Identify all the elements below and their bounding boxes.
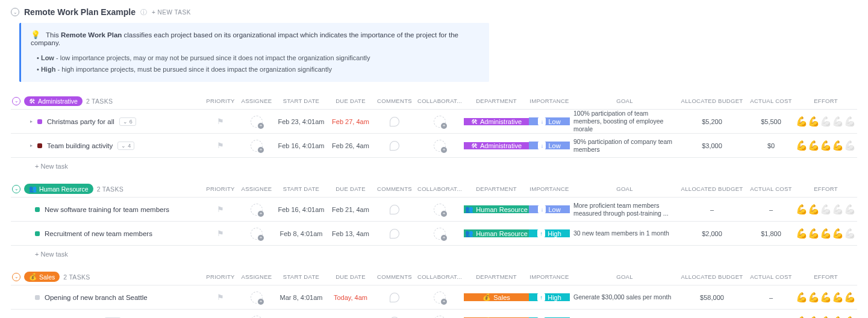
col-priority[interactable]: PRIORITY (202, 186, 239, 192)
expand-caret-icon[interactable]: ▸ (30, 143, 33, 148)
status-square[interactable] (35, 231, 40, 236)
col-assignee[interactable]: ASSIGNEE (239, 98, 275, 104)
collaborator-add-icon[interactable] (434, 228, 446, 240)
cost-value[interactable]: – (745, 294, 798, 301)
collaborator-add-icon[interactable] (434, 316, 446, 318)
status-square[interactable] (35, 295, 40, 300)
col-importance[interactable]: IMPORTANCE (529, 186, 570, 192)
assignee-add-icon[interactable] (251, 316, 263, 318)
budget-value[interactable]: $3,000 (679, 142, 745, 149)
collaborator-add-icon[interactable] (434, 116, 446, 128)
effort-value[interactable]: 💪💪💪💪💪 (798, 204, 854, 215)
due-date-value[interactable]: Today, 4am (328, 294, 373, 301)
department-pill[interactable]: 👥Human Resource (464, 205, 529, 213)
importance-pill[interactable]: ↓Low (529, 142, 570, 149)
start-date-value[interactable]: Feb 16, 4:01am (275, 206, 328, 213)
col-comments[interactable]: COMMENTS (373, 98, 416, 104)
goal-value[interactable]: More proficient team members measured th… (570, 202, 679, 217)
cost-value[interactable]: $1,800 (745, 230, 798, 237)
col-priority[interactable]: PRIORITY (202, 98, 239, 104)
task-row[interactable]: ▸ Team building activity ⌄4 ⚑ Feb 16, 4:… (11, 134, 857, 158)
importance-pill[interactable]: ↓Low (529, 117, 570, 125)
col-department[interactable]: DEPARTMENT (464, 186, 529, 192)
department-pill[interactable]: 🛠Administrative (464, 118, 529, 125)
col-due-date[interactable]: DUE DATE (328, 186, 373, 192)
budget-value[interactable]: $5,200 (679, 118, 745, 125)
col-department[interactable]: DEPARTMENT (464, 273, 529, 280)
col-priority[interactable]: PRIORITY (202, 273, 239, 280)
importance-pill[interactable]: ↑High (529, 293, 570, 301)
comment-icon[interactable] (390, 229, 399, 238)
col-start-date[interactable]: START DATE (275, 186, 328, 192)
budget-value[interactable]: $2,000 (679, 230, 745, 237)
collaborator-add-icon[interactable] (434, 292, 446, 304)
due-date-value[interactable]: Feb 21, 4am (328, 206, 373, 213)
effort-value[interactable]: 💪💪💪💪💪 (798, 140, 854, 151)
col-cost[interactable]: ACTUAL COST (745, 273, 798, 280)
col-assignee[interactable]: ASSIGNEE (239, 273, 275, 280)
task-name[interactable]: New software training for team members (45, 206, 169, 213)
comment-icon[interactable] (390, 141, 399, 151)
flag-icon[interactable]: ⚑ (217, 141, 224, 150)
effort-value[interactable]: 💪💪💪💪💪 (798, 292, 854, 303)
col-assignee[interactable]: ASSIGNEE (239, 186, 275, 192)
budget-value[interactable]: $58,000 (679, 294, 745, 301)
task-row[interactable]: ▸ Anniversary Sale ⌄5 ⚑ Jan 19, 4:01am J… (11, 310, 857, 318)
status-square[interactable] (35, 207, 40, 212)
col-due-date[interactable]: DUE DATE (328, 98, 373, 104)
comment-icon[interactable] (390, 205, 399, 214)
expand-caret-icon[interactable]: ▸ (30, 119, 33, 124)
col-importance[interactable]: IMPORTANCE (529, 273, 570, 280)
due-date-value[interactable]: Feb 13, 4am (328, 230, 373, 237)
status-square[interactable] (37, 143, 42, 148)
importance-pill[interactable]: ↑High (529, 229, 570, 237)
info-icon[interactable]: ⓘ (140, 8, 147, 17)
goal-value[interactable]: Generate $30,000 sales per month (570, 293, 679, 301)
cost-value[interactable]: $5,500 (745, 118, 798, 125)
task-row[interactable]: Recruitment of new team members ⚑ Feb 8,… (11, 222, 857, 246)
col-comments[interactable]: COMMENTS (373, 273, 416, 280)
flag-icon[interactable]: ⚑ (217, 117, 224, 126)
task-name[interactable]: Opening of new branch at Seattle (45, 294, 148, 301)
comment-icon[interactable] (390, 293, 399, 302)
group-collapse-icon[interactable]: ⌄ (12, 97, 20, 105)
col-collaborators[interactable]: COLLABORAT... (416, 98, 464, 104)
task-row[interactable]: ▸ Christmas party for all ⌄6 ⚑ Feb 23, 4… (11, 110, 857, 134)
col-budget[interactable]: ALLOCATED BUDGET (679, 273, 745, 280)
task-name[interactable]: Team building activity (47, 142, 113, 149)
col-goal[interactable]: GOAL (570, 273, 679, 280)
importance-pill[interactable]: ↓Low (529, 205, 570, 213)
cost-value[interactable]: $0 (745, 142, 798, 149)
goal-value[interactable]: 30 new team members in 1 month (570, 229, 679, 237)
col-budget[interactable]: ALLOCATED BUDGET (679, 98, 745, 104)
group-badge[interactable]: 🛠Administrative (24, 96, 83, 106)
collapse-all-icon[interactable]: ⌄ (11, 8, 19, 16)
group-badge[interactable]: 💰Sales (24, 272, 60, 282)
task-row[interactable]: New software training for team members ⚑… (11, 198, 857, 222)
new-task-button-top[interactable]: + NEW TASK (152, 9, 191, 16)
col-department[interactable]: DEPARTMENT (464, 98, 529, 104)
assignee-add-icon[interactable] (251, 140, 263, 152)
subtask-count[interactable]: ⌄6 (119, 117, 136, 126)
col-effort[interactable]: EFFORT (798, 273, 854, 280)
effort-value[interactable]: 💪💪💪💪💪 (798, 116, 854, 127)
col-budget[interactable]: ALLOCATED BUDGET (679, 186, 745, 192)
task-row[interactable]: Opening of new branch at Seattle ⚑ Mar 8… (11, 285, 857, 310)
collaborator-add-icon[interactable] (434, 204, 446, 216)
start-date-value[interactable]: Feb 16, 4:01am (275, 142, 328, 149)
col-start-date[interactable]: START DATE (275, 273, 328, 280)
new-task-button[interactable]: + New task (11, 246, 857, 263)
col-due-date[interactable]: DUE DATE (328, 273, 373, 280)
assignee-add-icon[interactable] (251, 228, 263, 240)
department-pill[interactable]: 💰Sales (464, 293, 529, 301)
start-date-value[interactable]: Mar 8, 4:01am (275, 294, 328, 301)
group-collapse-icon[interactable]: ⌄ (12, 185, 20, 193)
col-collaborators[interactable]: COLLABORAT... (416, 273, 464, 280)
subtask-count[interactable]: ⌄4 (117, 142, 134, 150)
col-effort[interactable]: EFFORT (798, 186, 854, 192)
task-name[interactable]: Christmas party for all (47, 118, 114, 125)
assignee-add-icon[interactable] (251, 116, 263, 128)
goal-value[interactable]: 100% participation of team members, boos… (570, 110, 679, 133)
new-task-button[interactable]: + New task (11, 158, 857, 175)
comment-icon[interactable] (390, 117, 399, 126)
